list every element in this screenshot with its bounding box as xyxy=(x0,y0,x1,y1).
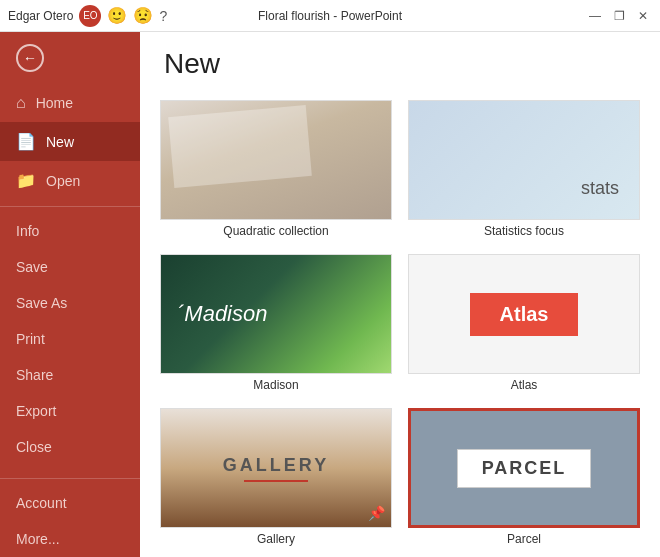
restore-button[interactable]: ❐ xyxy=(610,7,628,25)
template-thumb-quadratic xyxy=(160,100,392,220)
more-label: More... xyxy=(16,531,60,547)
share-label: Share xyxy=(16,367,53,383)
template-quadratic[interactable]: Quadratic collection xyxy=(156,96,396,246)
print-label: Print xyxy=(16,331,45,347)
back-icon: ← xyxy=(16,44,44,72)
sidebar-item-save[interactable]: Save xyxy=(0,249,140,285)
open-icon: 📁 xyxy=(16,171,36,190)
template-label-statistics: Statistics focus xyxy=(408,220,640,242)
sidebar-item-close[interactable]: Close xyxy=(0,429,140,465)
template-label-atlas: Atlas xyxy=(408,374,640,396)
main-header: New xyxy=(140,32,660,88)
sidebar-item-account[interactable]: Account xyxy=(0,485,140,521)
templates-grid: Quadratic collection stats Statistics fo… xyxy=(156,96,644,557)
sad-icon: 😟 xyxy=(133,6,153,25)
sidebar-item-more[interactable]: More... xyxy=(0,521,140,557)
saveas-label: Save As xyxy=(16,295,67,311)
gallery-text: GALLERY xyxy=(223,455,329,476)
template-madison[interactable]: ´Madison Madison xyxy=(156,250,396,400)
template-parcel[interactable]: PARCEL Parcel xyxy=(404,404,644,554)
page-title: New xyxy=(164,48,636,80)
sidebar-new-label: New xyxy=(46,134,74,150)
template-label-madison: Madison xyxy=(160,374,392,396)
sidebar-item-print[interactable]: Print xyxy=(0,321,140,357)
sidebar-item-saveas[interactable]: Save As xyxy=(0,285,140,321)
account-label: Account xyxy=(16,495,67,511)
minimize-button[interactable]: — xyxy=(586,7,604,25)
gallery-line xyxy=(244,480,308,482)
template-label-parcel: Parcel xyxy=(408,528,640,550)
sidebar-item-info[interactable]: Info xyxy=(0,213,140,249)
sidebar-bottom: Account More... xyxy=(0,472,140,557)
sidebar-item-new[interactable]: 📄 New xyxy=(0,122,140,161)
template-thumb-gallery: GALLERY 📌 xyxy=(160,408,392,528)
sidebar-item-open[interactable]: 📁 Open xyxy=(0,161,140,200)
avatar: EO xyxy=(79,5,101,27)
template-label-gallery: Gallery xyxy=(160,528,392,550)
smiley-icon: 🙂 xyxy=(107,6,127,25)
app-body: ← ⌂ Home 📄 New 📁 Open Info Save xyxy=(0,32,660,557)
template-gallery[interactable]: GALLERY 📌 Gallery xyxy=(156,404,396,554)
sidebar-home-label: Home xyxy=(36,95,73,111)
save-label: Save xyxy=(16,259,48,275)
template-thumb-atlas: Atlas xyxy=(408,254,640,374)
sidebar-divider xyxy=(0,206,140,207)
sidebar-item-home[interactable]: ⌂ Home xyxy=(0,84,140,122)
atlas-box: Atlas xyxy=(470,293,579,336)
pin-icon: 📌 xyxy=(368,505,385,521)
window-controls[interactable]: — ❐ ✕ xyxy=(586,7,652,25)
template-thumb-parcel: PARCEL xyxy=(408,408,640,528)
parcel-box: PARCEL xyxy=(457,449,592,488)
back-button[interactable]: ← xyxy=(0,32,140,84)
sidebar-open-label: Open xyxy=(46,173,80,189)
template-atlas[interactable]: Atlas Atlas xyxy=(404,250,644,400)
user-area: Edgar Otero EO 🙂 😟 ? xyxy=(8,5,167,27)
sidebar-item-export[interactable]: Export xyxy=(0,393,140,429)
title-bar: Floral flourish - PowerPoint Edgar Otero… xyxy=(0,0,660,32)
export-label: Export xyxy=(16,403,56,419)
main-content: New Quadratic collection st xyxy=(140,32,660,557)
app-title: Floral flourish - PowerPoint xyxy=(258,9,402,23)
home-icon: ⌂ xyxy=(16,94,26,112)
user-name: Edgar Otero xyxy=(8,9,73,23)
template-thumb-statistics: stats xyxy=(408,100,640,220)
template-thumb-madison: ´Madison xyxy=(160,254,392,374)
sidebar: ← ⌂ Home 📄 New 📁 Open Info Save xyxy=(0,32,140,557)
close-label: Close xyxy=(16,439,52,455)
madison-text: ´Madison xyxy=(177,301,267,327)
info-label: Info xyxy=(16,223,39,239)
sidebar-nav: ⌂ Home 📄 New 📁 Open Info Save Save As xyxy=(0,84,140,465)
template-statistics[interactable]: stats Statistics focus xyxy=(404,96,644,246)
sidebar-item-share[interactable]: Share xyxy=(0,357,140,393)
template-label-quadratic: Quadratic collection xyxy=(160,220,392,242)
sidebar-bottom-divider xyxy=(0,478,140,479)
new-icon: 📄 xyxy=(16,132,36,151)
templates-area[interactable]: Quadratic collection stats Statistics fo… xyxy=(140,88,660,557)
help-icon: ? xyxy=(159,8,167,24)
close-button[interactable]: ✕ xyxy=(634,7,652,25)
